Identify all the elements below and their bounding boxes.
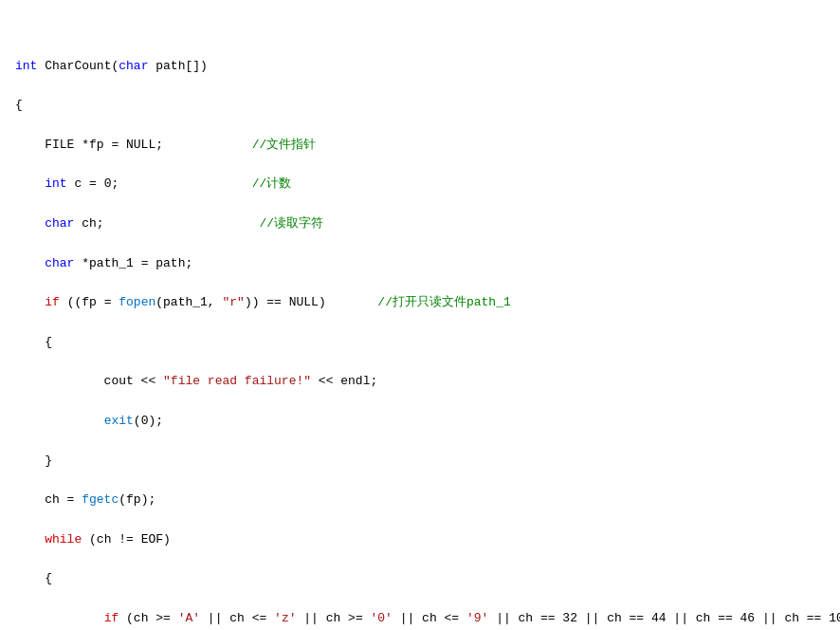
line-12: ch = fgetc(fp); <box>15 491 825 510</box>
line-11: } <box>15 452 825 472</box>
line-7: if ((fp = fopen(path_1, "r")) == NULL) /… <box>15 293 825 313</box>
line-10: exit(0); <box>15 412 825 432</box>
line-9: cout << "file read failure!" << endl; <box>15 372 825 392</box>
line-4: int c = 0; //计数 <box>15 175 825 195</box>
line-13: while (ch != EOF) <box>15 530 825 550</box>
line-1: int CharCount(char path[]) <box>15 57 825 77</box>
line-5: char ch; //读取字符 <box>15 214 825 234</box>
line-15: if (ch >= 'A' || ch <= 'z' || ch >= '0' … <box>15 609 825 629</box>
line-14: { <box>15 569 825 589</box>
line-6: char *path_1 = path; <box>15 254 825 274</box>
code-container: int CharCount(char path[]) { FILE *fp = … <box>0 9 840 630</box>
line-8: { <box>15 333 825 353</box>
line-3: FILE *fp = NULL; //文件指针 <box>15 136 825 156</box>
line-2: { <box>15 96 825 116</box>
